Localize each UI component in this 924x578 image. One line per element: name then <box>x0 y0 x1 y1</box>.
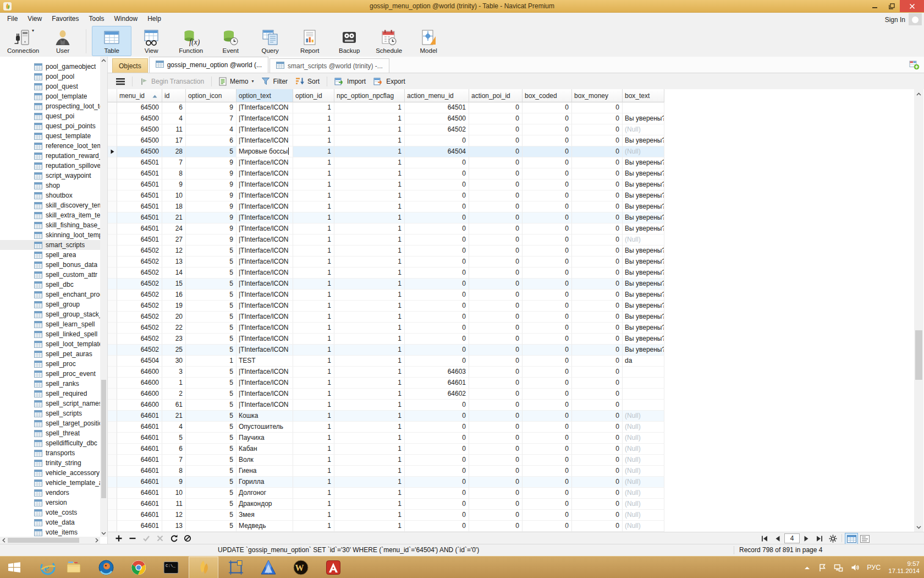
cell-npc_option_npcflag[interactable]: 1 <box>334 400 405 411</box>
cell-option_icon[interactable]: 6 <box>186 135 237 146</box>
sign-in-link[interactable]: Sign In <box>885 16 905 24</box>
cell-option_text[interactable]: Опустошитель <box>237 422 293 433</box>
cell-box_text[interactable]: Вы уверены? <box>623 135 664 146</box>
row-selector-cell[interactable] <box>108 356 117 367</box>
row-selector-cell[interactable] <box>108 190 117 201</box>
row-selector-cell[interactable] <box>108 179 117 190</box>
sidebar-item-spell_linked_spell[interactable]: spell_linked_spell <box>0 329 100 339</box>
cell-npc_option_npcflag[interactable]: 1 <box>334 157 405 168</box>
cell-box_money[interactable]: 0 <box>572 246 623 257</box>
cell-id[interactable]: 21 <box>162 411 186 422</box>
cell-box_money[interactable]: 0 <box>572 499 623 510</box>
cell-npc_option_npcflag[interactable]: 1 <box>334 201 405 212</box>
cell-id[interactable]: 61 <box>162 400 186 411</box>
cell-action_poi_id[interactable]: 0 <box>469 422 522 433</box>
cell-option_text[interactable]: |TInterface/ICON <box>237 157 293 168</box>
cell-npc_option_npcflag[interactable]: 1 <box>334 301 405 312</box>
cell-npc_option_npcflag[interactable]: 1 <box>334 246 405 257</box>
cell-box_text[interactable]: Вы уверены? <box>623 212 664 223</box>
cell-action_menu_id[interactable]: 0 <box>405 168 469 179</box>
cell-id[interactable]: 12 <box>162 246 186 257</box>
cell-id[interactable]: 15 <box>162 279 186 290</box>
cell-id[interactable]: 13 <box>162 521 186 532</box>
cell-action_menu_id[interactable]: 0 <box>405 268 469 279</box>
cell-box_text[interactable]: Вы уверены? <box>623 257 664 268</box>
taskbar-red-a-app[interactable] <box>318 557 348 578</box>
last-page-button[interactable] <box>815 534 824 543</box>
cell-option_icon[interactable]: 5 <box>186 389 237 400</box>
start-button[interactable] <box>0 557 29 578</box>
cell-box_money[interactable]: 0 <box>572 444 623 455</box>
cell-menu_id[interactable]: 64600 <box>117 367 162 378</box>
cell-option_text[interactable]: Гиена <box>237 466 293 477</box>
cell-action_menu_id[interactable]: 0 <box>405 135 469 146</box>
cell-option_icon[interactable]: 5 <box>186 312 237 323</box>
cell-box_money[interactable]: 0 <box>572 279 623 290</box>
cell-box_text[interactable]: Вы уверены? <box>623 345 664 356</box>
close-button[interactable] <box>900 0 924 12</box>
row-selector-cell[interactable] <box>108 124 117 135</box>
cell-option_id[interactable]: 1 <box>293 510 334 521</box>
sidebar-item-vote_data[interactable]: vote_data <box>0 517 100 527</box>
cell-id[interactable]: 4 <box>162 113 186 124</box>
cell-action_menu_id[interactable]: 0 <box>405 455 469 466</box>
cell-npc_option_npcflag[interactable]: 1 <box>334 268 405 279</box>
cell-action_poi_id[interactable]: 0 <box>469 411 522 422</box>
cell-action_menu_id[interactable]: 0 <box>405 257 469 268</box>
cell-action_poi_id[interactable]: 0 <box>469 290 522 301</box>
sidebar-item-spell_proc[interactable]: spell_proc <box>0 359 100 369</box>
cell-box_coded[interactable]: 0 <box>522 433 572 444</box>
grid-view-button[interactable] <box>845 533 858 544</box>
event-toolbar-button[interactable]: Event <box>211 26 250 56</box>
cell-action_poi_id[interactable]: 0 <box>469 146 522 157</box>
cell-id[interactable]: 27 <box>162 235 186 246</box>
cell-menu_id[interactable]: 64504 <box>117 356 162 367</box>
cell-action_menu_id[interactable]: 0 <box>405 246 469 257</box>
cell-option_icon[interactable]: 9 <box>186 201 237 212</box>
cell-box_money[interactable]: 0 <box>572 290 623 301</box>
sidebar-item-skill_discovery_template[interactable]: skill_discovery_template <box>0 200 100 210</box>
cell-box_text[interactable]: (Null) <box>623 466 664 477</box>
cell-option_icon[interactable]: 5 <box>186 411 237 422</box>
cell-option_id[interactable]: 1 <box>293 433 334 444</box>
sidebar-item-shoutbox[interactable]: shoutbox <box>0 190 100 200</box>
cell-npc_option_npcflag[interactable]: 1 <box>334 499 405 510</box>
cell-option_id[interactable]: 1 <box>293 422 334 433</box>
cell-option_id[interactable]: 1 <box>293 466 334 477</box>
cell-option_text[interactable]: |TInterface/ICON <box>237 124 293 135</box>
cell-menu_id[interactable]: 64601 <box>117 510 162 521</box>
cell-box_text[interactable]: (Null) <box>623 235 664 246</box>
cell-action_menu_id[interactable]: 0 <box>405 345 469 356</box>
row-selector-cell[interactable] <box>108 477 117 488</box>
cell-box_money[interactable]: 0 <box>572 411 623 422</box>
row-selector-cell[interactable] <box>108 444 117 455</box>
cell-menu_id[interactable]: 64601 <box>117 488 162 499</box>
cell-option_icon[interactable]: 5 <box>186 400 237 411</box>
sidebar-item-quest_poi_points[interactable]: quest_poi_points <box>0 121 100 131</box>
cell-option_icon[interactable]: 1 <box>186 356 237 367</box>
cell-npc_option_npcflag[interactable]: 1 <box>334 345 405 356</box>
cell-npc_option_npcflag[interactable]: 1 <box>334 521 405 532</box>
sidebar-vertical-scrollbar[interactable] <box>100 57 107 537</box>
row-selector-cell[interactable] <box>108 146 117 157</box>
previous-page-button[interactable] <box>773 534 782 543</box>
cell-box_coded[interactable]: 0 <box>522 422 572 433</box>
cell-action_poi_id[interactable]: 0 <box>469 179 522 190</box>
cell-box_text[interactable] <box>623 367 664 378</box>
cell-option_text[interactable]: |TInterface/ICON <box>237 246 293 257</box>
cell-option_id[interactable]: 1 <box>293 201 334 212</box>
sidebar-item-trinity_string[interactable]: trinity_string <box>0 458 100 468</box>
column-header-option_icon[interactable]: option_icon <box>186 89 237 102</box>
cell-id[interactable]: 7 <box>162 455 186 466</box>
cell-box_coded[interactable]: 0 <box>522 521 572 532</box>
cell-action_poi_id[interactable]: 0 <box>469 246 522 257</box>
sidebar-item-spell_ranks[interactable]: spell_ranks <box>0 379 100 389</box>
cell-option_text[interactable]: |TInterface/ICON <box>237 201 293 212</box>
cell-id[interactable]: 19 <box>162 301 186 312</box>
taskbar-chrome[interactable] <box>124 557 153 578</box>
cell-option_text[interactable]: Паучиха <box>237 433 293 444</box>
menu-tools[interactable]: Tools <box>84 13 109 25</box>
cell-box_coded[interactable]: 0 <box>522 201 572 212</box>
cell-box_coded[interactable]: 0 <box>522 190 572 201</box>
cell-action_poi_id[interactable]: 0 <box>469 212 522 223</box>
